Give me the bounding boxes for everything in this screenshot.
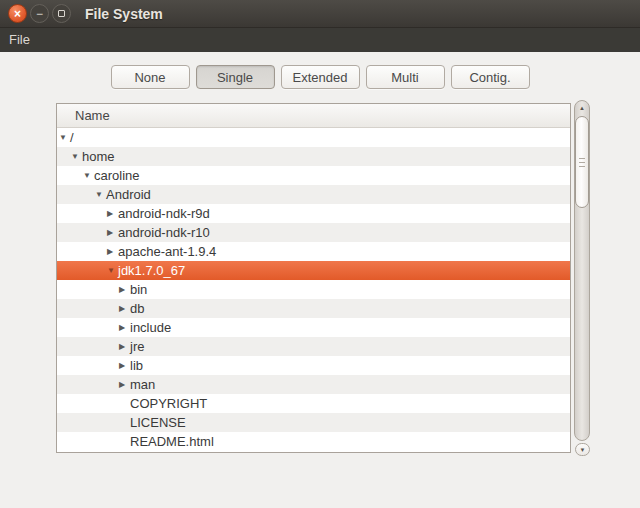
window-close-button[interactable]: × [8,4,27,23]
tree-row-label: caroline [94,166,140,185]
scroll-down-button[interactable]: ▼ [575,443,590,456]
tree-rows: ▼/▼home▼caroline▼Android▶android-ndk-r9d… [57,128,570,451]
thumb-grip [579,162,585,163]
thumb-grip [579,166,585,167]
contig-button[interactable]: Contig. [451,65,530,89]
tree-row[interactable]: ▼Android [57,185,570,204]
tree-row[interactable]: ▼caroline [57,166,570,185]
tree-row-label: Android [106,185,151,204]
tree-row[interactable]: README.html [57,432,570,451]
tree-row[interactable]: ▶android-ndk-r10 [57,223,570,242]
expander-closed-icon[interactable]: ▶ [119,342,130,351]
expander-closed-icon[interactable]: ▶ [119,285,130,294]
tree-row-label: bin [130,280,147,299]
menu-item-file[interactable]: File [0,28,39,52]
tree-row-label: README.html [130,432,214,451]
expander-closed-icon[interactable]: ▶ [107,247,118,256]
tree-column-header-name[interactable]: Name [57,104,570,128]
tree-row-label: jdk1.7.0_67 [118,261,185,280]
file-tree: Name ▼/▼home▼caroline▼Android▶android-nd… [56,103,571,453]
tree-row-label: apache-ant-1.9.4 [118,242,216,261]
tree-row-label: COPYRIGHT [130,394,207,413]
tree-row[interactable]: ▼home [57,147,570,166]
tree-row-label: home [82,147,115,166]
window-title: File System [85,6,163,22]
expander-open-icon[interactable]: ▼ [59,133,70,142]
expander-closed-icon[interactable]: ▶ [107,228,118,237]
scroll-down-icon: ▼ [580,447,586,453]
tree-row-label: lib [130,356,143,375]
tree-row[interactable]: ▶jre [57,337,570,356]
window-minimize-button[interactable]: − [30,4,49,23]
tree-row[interactable]: ▼/ [57,128,570,147]
menubar: File [0,28,640,52]
multi-button[interactable]: Multi [366,65,445,89]
minimize-icon: − [36,8,43,20]
tree-row[interactable]: ▶include [57,318,570,337]
tree-row-label: jre [130,337,144,356]
expander-open-icon[interactable]: ▼ [71,152,82,161]
tree-row-label: include [130,318,171,337]
scrollbar-thumb[interactable] [575,116,589,208]
expander-open-icon[interactable]: ▼ [107,266,118,275]
none-button[interactable]: None [111,65,190,89]
expander-open-icon[interactable]: ▼ [95,190,106,199]
window-maximize-button[interactable] [52,4,71,23]
tree-row[interactable]: ▼jdk1.7.0_67 [57,261,570,280]
close-icon: × [14,8,21,20]
tree-row-label: db [130,299,144,318]
tree-row-label: android-ndk-r9d [118,204,210,223]
vertical-scrollbar: ▲ ▼ [574,100,591,456]
tree-row[interactable]: ▶db [57,299,570,318]
tree-row-label: LICENSE [130,413,186,432]
expander-open-icon[interactable]: ▼ [83,171,94,180]
tree-row[interactable]: COPYRIGHT [57,394,570,413]
expander-closed-icon[interactable]: ▶ [107,209,118,218]
selection-mode-toolbar: None Single Extended Multi Contig. [0,65,640,89]
tree-row-label: / [70,128,74,147]
thumb-grip [579,158,585,159]
tree-row-label: android-ndk-r10 [118,223,210,242]
single-button[interactable]: Single [196,65,275,89]
scroll-up-icon[interactable]: ▲ [574,104,590,112]
tree-row[interactable]: ▶lib [57,356,570,375]
expander-closed-icon[interactable]: ▶ [119,304,130,313]
extended-button[interactable]: Extended [281,65,360,89]
tree-row[interactable]: LICENSE [57,413,570,432]
tree-row[interactable]: ▶bin [57,280,570,299]
expander-closed-icon[interactable]: ▶ [119,323,130,332]
tree-row[interactable]: ▶android-ndk-r9d [57,204,570,223]
expander-closed-icon[interactable]: ▶ [119,380,130,389]
maximize-icon [58,10,65,17]
tree-row-label: man [130,375,155,394]
expander-closed-icon[interactable]: ▶ [119,361,130,370]
tree-row[interactable]: ▶man [57,375,570,394]
window-titlebar: × − File System [0,0,640,28]
tree-row[interactable]: ▶apache-ant-1.9.4 [57,242,570,261]
